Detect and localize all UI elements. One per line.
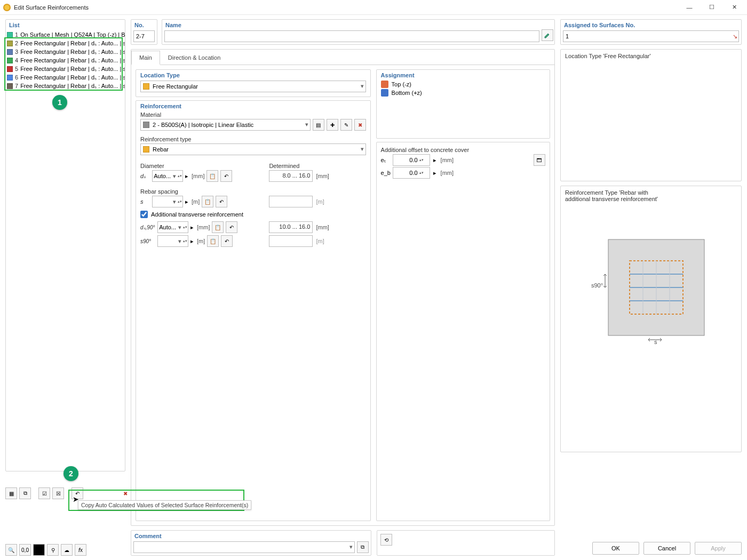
list-item[interactable]: 3Free Rectangular | Rebar | dₛ : Auto...…	[6, 47, 125, 56]
new-item-icon[interactable]: ▦	[5, 487, 17, 499]
ds90-pick-icon[interactable]: 📋	[212, 221, 224, 233]
s90-pick-icon[interactable]: 📋	[207, 235, 219, 247]
material-combo[interactable]: 2 - B500S(A) | Isotropic | Linear Elasti…	[140, 119, 311, 131]
dialog-toolbar: 🔍 0,0 ⚲ ☁ fx	[5, 544, 86, 556]
determined-ds90: 10.0 ... 16.0	[269, 221, 313, 233]
location-type-group: Location Type Free Rectangular▾	[136, 69, 371, 97]
determined-ds: 8.0 ... 16.0	[269, 170, 313, 182]
preview-tool-panel: ⟲	[377, 530, 555, 556]
cloud-icon[interactable]: ☁	[61, 544, 73, 556]
ds-undo-icon[interactable]: ↶	[220, 170, 232, 182]
ds-input[interactable]: ▾▴▾	[152, 170, 183, 182]
s-input[interactable]: ▾▴▾	[152, 196, 183, 207]
transverse-checkbox[interactable]	[140, 211, 148, 218]
top-swatch-icon	[381, 81, 388, 88]
script-icon[interactable]: fx	[75, 544, 86, 556]
search-icon[interactable]: 🔍	[5, 544, 17, 556]
s90-undo-icon[interactable]: ↶	[221, 235, 233, 247]
list-item[interactable]: 7Free Rectangular | Rebar | dₛ : Auto...…	[6, 82, 125, 90]
cancel-button[interactable]: Cancel	[643, 542, 690, 555]
check-all-icon[interactable]: ☑	[38, 487, 50, 499]
name-input[interactable]	[164, 30, 539, 42]
list-item[interactable]: 1On Surface | Mesh | Q524A | Top (-z) | …	[6, 30, 125, 39]
assigned-surfaces-input[interactable]	[563, 30, 739, 42]
no-label: No.	[131, 20, 157, 30]
list-item[interactable]: 5Free Rectangular | Rebar | dₛ : Auto...…	[6, 65, 125, 73]
tabs: Main Direction & Location	[131, 50, 554, 65]
ds90-undo-icon[interactable]: ↶	[226, 221, 237, 233]
comment-panel: Comment ▾ ⧉	[131, 530, 371, 556]
annotation-badge-2: 2	[63, 466, 78, 481]
pick-surfaces-icon[interactable]: ↘	[729, 31, 740, 41]
color-icon[interactable]	[33, 544, 45, 556]
comment-copy-icon[interactable]: ⧉	[357, 541, 369, 553]
filter-icon[interactable]: ⚲	[47, 544, 59, 556]
tab-main[interactable]: Main	[131, 51, 160, 65]
et-input[interactable]: ▴▾	[393, 154, 430, 166]
reinforcement-diagram-icon: s90° s	[582, 207, 720, 346]
s-undo-icon[interactable]: ↶	[216, 196, 227, 207]
list-panel: List 1On Surface | Mesh | Q524A | Top (-…	[5, 19, 125, 471]
ds-pick-icon[interactable]: 📋	[206, 170, 218, 182]
ok-button[interactable]: OK	[592, 542, 639, 555]
no-panel: No.	[131, 19, 157, 45]
name-panel: Name	[162, 19, 555, 45]
s-pick-icon[interactable]: 📋	[202, 196, 213, 207]
material-delete-icon[interactable]: ✖	[354, 119, 366, 131]
name-label: Name	[162, 20, 554, 30]
list-item[interactable]: 6Free Rectangular | Rebar | dₛ : Auto...…	[6, 73, 125, 82]
offset-group: Additional offset to concrete cover eₜ▴▾…	[376, 142, 550, 521]
uncheck-all-icon[interactable]: ☒	[52, 487, 64, 499]
material-edit-icon[interactable]: ✎	[340, 119, 352, 131]
ds90-input[interactable]: ▾▴▾	[157, 221, 188, 233]
bottom-swatch-icon	[381, 89, 388, 97]
minimize-button[interactable]: —	[680, 2, 699, 13]
dialog-buttons: OK Cancel Apply	[592, 542, 742, 555]
assigned-surfaces-panel: Assigned to Surfaces No. ↘	[560, 19, 742, 45]
edit-name-icon[interactable]	[542, 29, 553, 41]
determined-s	[269, 196, 313, 207]
eb-input[interactable]: ▴▾	[393, 167, 430, 179]
units-icon[interactable]: 0,0	[19, 544, 31, 556]
copy-item-icon[interactable]: ⧉	[19, 487, 31, 499]
s90-input[interactable]: ▾▴▾	[157, 235, 188, 247]
app-icon	[3, 4, 11, 11]
annotation-badge-1: 1	[52, 95, 67, 110]
determined-s90	[269, 235, 313, 247]
delete-item-icon[interactable]: ✖	[120, 487, 131, 499]
apply-button[interactable]: Apply	[695, 542, 742, 555]
location-type-combo[interactable]: Free Rectangular▾	[140, 81, 366, 92]
window-title: Edit Surface Reinforcements	[14, 4, 680, 11]
comment-combo[interactable]: ▾	[133, 541, 355, 553]
reinforcement-group: Reinforcement Material 2 - B500S(A) | Is…	[136, 100, 371, 521]
offset-help-icon[interactable]: 🗔	[534, 154, 545, 166]
material-new-icon[interactable]: ✚	[327, 119, 338, 131]
material-library-icon[interactable]: ▤	[313, 119, 324, 131]
list-body[interactable]: 1On Surface | Mesh | Q524A | Top (-z) | …	[6, 30, 125, 471]
assignment-group: Assignment Top (-z) Bottom (+z)	[376, 69, 550, 139]
title-bar: Edit Surface Reinforcements — ☐ ✕	[0, 0, 747, 15]
close-button[interactable]: ✕	[725, 2, 744, 13]
list-title: List	[6, 20, 125, 30]
tooltip: Copy Auto Calculated Values of Selected …	[78, 500, 251, 510]
list-item[interactable]: 4Free Rectangular | Rebar | dₛ : Auto...…	[6, 56, 125, 65]
list-item[interactable]: 2Free Rectangular | Rebar | dₛ : Auto...…	[6, 39, 125, 47]
tab-direction-location[interactable]: Direction & Location	[160, 51, 228, 65]
location-type-preview: Location Type 'Free Rectangular'	[560, 49, 742, 181]
list-toolbar: ▦ ⧉ ☑ ☒ ↶ ✖	[5, 487, 131, 499]
maximize-button[interactable]: ☐	[702, 2, 721, 13]
reinforcement-type-combo[interactable]: Rebar▾	[140, 143, 366, 155]
no-input[interactable]	[133, 30, 155, 42]
reinforcement-type-preview: Reinforcement Type 'Rebar with additiona…	[560, 186, 742, 452]
svg-text:s90°: s90°	[591, 282, 603, 289]
cursor-icon: ➤	[73, 495, 79, 503]
preview-tool-icon[interactable]: ⟲	[380, 534, 392, 546]
